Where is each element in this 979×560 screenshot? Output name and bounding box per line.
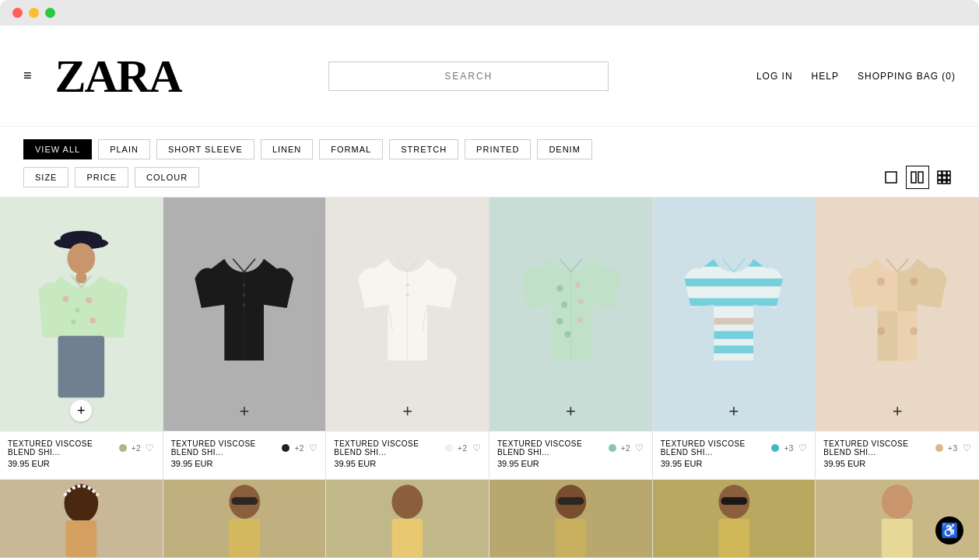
svg-rect-62 bbox=[231, 497, 258, 505]
color-swatch-3 bbox=[445, 444, 453, 452]
svg-rect-43 bbox=[685, 278, 784, 286]
filter-plain[interactable]: PLAIN bbox=[98, 139, 150, 159]
header-left: ≡ ZARA bbox=[23, 53, 181, 100]
product-cell-3[interactable]: + TEXTURED VISCOSE BLEND SHI... +2 ♡ 39.… bbox=[326, 198, 490, 480]
svg-point-31 bbox=[406, 293, 409, 296]
product-price-6: 39.95 EUR bbox=[823, 459, 971, 468]
swatch-color-1a bbox=[119, 444, 127, 452]
filter-printed[interactable]: PRINTED bbox=[465, 139, 531, 159]
product-info-1: TEXTURED VISCOSE BLEND SHI... +2 ♡ 39.95… bbox=[0, 431, 163, 479]
svg-point-25 bbox=[243, 283, 246, 286]
filter-formal[interactable]: FORMAL bbox=[319, 139, 383, 159]
filter-row-1: VIEW ALL PLAIN SHORT SLEEVE LINEN FORMAL… bbox=[23, 139, 956, 159]
header-right: LOG IN HELP SHOPPING BAG (0) bbox=[756, 71, 956, 82]
svg-point-16 bbox=[62, 296, 68, 302]
svg-rect-10 bbox=[942, 180, 946, 184]
swatch-color-2a bbox=[282, 444, 289, 452]
svg-point-36 bbox=[578, 299, 584, 304]
product-price-2: 39.95 EUR bbox=[171, 459, 318, 468]
svg-rect-44 bbox=[685, 298, 784, 306]
filter-denim[interactable]: DENIM bbox=[537, 139, 591, 159]
model-cell-4[interactable] bbox=[490, 480, 653, 558]
product-cell-6[interactable]: + TEXTURED VISCOSE BLEND SHI... +3 ♡ 39.… bbox=[816, 198, 979, 480]
add-to-bag-2[interactable]: + bbox=[240, 401, 250, 422]
window-chrome bbox=[0, 0, 979, 26]
close-button[interactable] bbox=[12, 8, 23, 18]
accessibility-button[interactable]: ♿ bbox=[935, 516, 963, 544]
header: ≡ ZARA LOG IN HELP SHOPPING BAG (0) bbox=[0, 26, 979, 127]
view-one-col[interactable] bbox=[879, 166, 903, 189]
wishlist-icon-5[interactable]: ♡ bbox=[798, 443, 808, 453]
search-box[interactable] bbox=[328, 61, 609, 91]
swatch-color-3a bbox=[445, 444, 453, 452]
model-cell-1[interactable] bbox=[0, 480, 163, 558]
svg-point-20 bbox=[89, 317, 96, 324]
svg-rect-8 bbox=[947, 176, 950, 180]
svg-rect-74 bbox=[718, 519, 749, 558]
color-swatch-4 bbox=[609, 444, 616, 452]
svg-point-65 bbox=[392, 485, 423, 519]
help-link[interactable]: HELP bbox=[812, 71, 839, 82]
filter-price[interactable]: PRICE bbox=[75, 167, 128, 187]
svg-rect-21 bbox=[58, 336, 105, 397]
filter-short-sleeve[interactable]: SHORT SLEEVE bbox=[156, 139, 254, 159]
product-image-5: + bbox=[653, 198, 816, 431]
menu-icon[interactable]: ≡ bbox=[23, 68, 32, 84]
filter-colour[interactable]: COLOUR bbox=[135, 167, 199, 187]
svg-rect-59 bbox=[65, 520, 96, 558]
minimize-button[interactable] bbox=[29, 8, 39, 18]
color-swatch-1 bbox=[119, 444, 127, 452]
model-cell-5[interactable] bbox=[653, 480, 816, 558]
filter-linen[interactable]: LINEN bbox=[261, 139, 313, 159]
add-to-bag-3[interactable]: + bbox=[402, 401, 412, 422]
view-grid[interactable] bbox=[932, 166, 956, 189]
product-grid: + TEXTURED VISCOSE BLEND SHI... +2 ♡ 39.… bbox=[0, 198, 979, 558]
maximize-button[interactable] bbox=[45, 8, 55, 18]
product-title-1: TEXTURED VISCOSE BLEND SHI... +2 ♡ bbox=[8, 439, 155, 457]
model-cell-3[interactable] bbox=[326, 480, 490, 558]
svg-rect-6 bbox=[938, 176, 942, 180]
add-to-bag-6[interactable]: + bbox=[893, 401, 903, 422]
wishlist-icon-6[interactable]: ♡ bbox=[963, 443, 972, 453]
product-cell-2[interactable]: + TEXTURED VISCOSE BLEND SHI... +2 ♡ 39.… bbox=[163, 198, 327, 480]
product-price-1: 39.95 EUR bbox=[8, 459, 155, 468]
wishlist-icon-2[interactable]: ♡ bbox=[309, 443, 318, 453]
svg-point-33 bbox=[556, 285, 563, 291]
svg-point-53 bbox=[877, 277, 885, 285]
search-input[interactable] bbox=[329, 71, 608, 82]
shopping-bag-link[interactable]: SHOPPING BAG (0) bbox=[858, 71, 956, 82]
svg-rect-5 bbox=[947, 171, 950, 175]
wishlist-icon-1[interactable]: ♡ bbox=[146, 443, 155, 453]
product-cell-4[interactable]: + TEXTURED VISCOSE BLEND SHI... +2 ♡ 39.… bbox=[490, 198, 653, 480]
wishlist-icon-4[interactable]: ♡ bbox=[635, 443, 644, 453]
svg-rect-11 bbox=[947, 180, 950, 184]
add-to-bag-4[interactable]: + bbox=[566, 401, 576, 422]
product-info-5: TEXTURED VISCOSE BLEND SHI... +3 ♡ 39.95… bbox=[653, 431, 816, 479]
add-to-bag-5[interactable]: + bbox=[729, 401, 739, 422]
wishlist-icon-3[interactable]: ♡ bbox=[472, 443, 482, 453]
svg-point-26 bbox=[243, 293, 246, 296]
filter-row-2: SIZE PRICE COLOUR bbox=[23, 166, 956, 189]
filter-stretch[interactable]: STRETCH bbox=[389, 139, 458, 159]
color-swatch-6 bbox=[935, 444, 943, 452]
svg-rect-9 bbox=[938, 180, 942, 184]
svg-point-30 bbox=[406, 283, 409, 286]
svg-point-56 bbox=[910, 327, 918, 334]
login-link[interactable]: LOG IN bbox=[756, 71, 793, 82]
model-cell-2[interactable] bbox=[163, 480, 327, 558]
product-image-6: + bbox=[816, 198, 979, 431]
product-cell-5[interactable]: + TEXTURED VISCOSE BLEND SHI... +3 ♡ 39.… bbox=[653, 198, 816, 480]
filter-view-all[interactable]: VIEW ALL bbox=[23, 139, 92, 159]
product-price-5: 39.95 EUR bbox=[661, 459, 808, 468]
view-icons bbox=[879, 166, 956, 189]
logo: ZARA bbox=[55, 53, 181, 100]
svg-point-76 bbox=[882, 485, 913, 519]
product-cell-1[interactable]: + TEXTURED VISCOSE BLEND SHI... +2 ♡ 39.… bbox=[0, 198, 163, 480]
svg-point-34 bbox=[574, 282, 580, 288]
add-to-bag-1[interactable]: + bbox=[70, 400, 92, 422]
product-title-2: TEXTURED VISCOSE BLEND SHI... +2 ♡ bbox=[171, 439, 318, 457]
view-two-col[interactable] bbox=[906, 166, 929, 189]
svg-point-27 bbox=[243, 303, 246, 306]
filter-size[interactable]: SIZE bbox=[23, 167, 68, 187]
svg-rect-77 bbox=[882, 519, 913, 558]
